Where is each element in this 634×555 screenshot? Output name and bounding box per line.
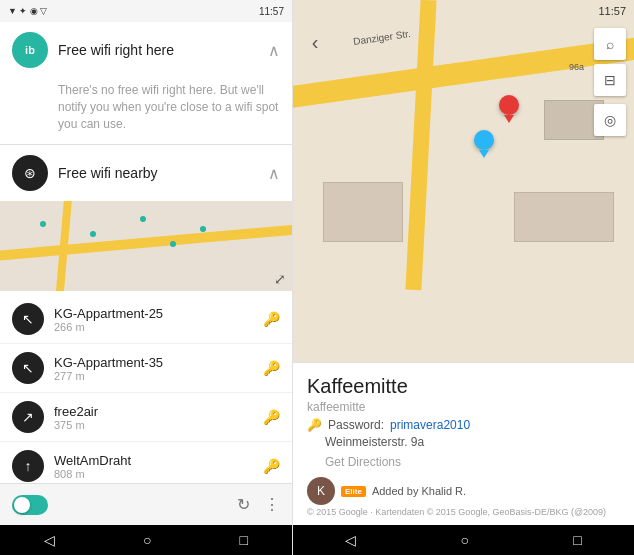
home-nav-left[interactable]: ○	[143, 532, 151, 548]
wifi-item-dist-2: 375 m	[54, 419, 253, 431]
status-time-right: 11:57	[598, 5, 626, 17]
road-label-1: Danziger Str.	[353, 28, 412, 47]
map-pin-blue[interactable]	[474, 130, 494, 158]
avatar: K	[307, 477, 335, 505]
right-panel: 11:57 Danziger Str. 96a ‹	[293, 0, 634, 555]
free-wifi-here-section: ib Free wifi right here ∧ There's no fre…	[0, 22, 292, 145]
elite-badge: Elite	[341, 486, 366, 497]
more-icon[interactable]: ⋮	[264, 495, 280, 514]
info-card: Kaffeemitte kaffeemitte 🔑 Password: prim…	[293, 362, 634, 525]
bottom-bar-left: ↻ ⋮	[0, 483, 292, 525]
pin-circle-red	[499, 95, 519, 115]
list-item[interactable]: ↖ KG-Appartment-35 277 m 🔑	[0, 344, 292, 393]
nav-bar-left: ◁ ○ □	[0, 525, 292, 555]
wifi-item-dist-3: 808 m	[54, 468, 253, 480]
wifi-item-info-2: free2air 375 m	[54, 404, 253, 431]
bottom-icons: ↻ ⋮	[237, 495, 280, 514]
status-bar-right: 11:57	[293, 0, 634, 22]
place-address: Weinmeisterstr. 9a	[325, 435, 620, 449]
back-button[interactable]: ‹	[301, 28, 329, 56]
password-value[interactable]: primavera2010	[390, 418, 470, 432]
pin-tail-red	[504, 115, 514, 123]
key-icon-2: 🔑	[263, 409, 280, 425]
expand-map-icon[interactable]: ⤢	[274, 271, 286, 287]
map-dot-2	[90, 231, 96, 237]
location-button[interactable]: ◎	[594, 104, 626, 136]
wifi-item-icon-1: ↖	[12, 352, 44, 384]
wifi-here-icon: ib	[12, 32, 48, 68]
back-nav-right[interactable]: ◁	[345, 532, 356, 548]
map-thumbnail[interactable]: ⤢	[0, 201, 292, 291]
map-area[interactable]: Danziger Str. 96a ‹ ⌕ ⊟	[293, 0, 634, 362]
wifi-item-icon-2: ↗	[12, 401, 44, 433]
road-label-2: 96a	[569, 62, 584, 72]
free-wifi-nearby-header[interactable]: ⊛ Free wifi nearby ∧	[0, 145, 292, 201]
back-nav-left[interactable]: ◁	[44, 532, 55, 548]
left-panel: ▼ ✦ ◉ ▽ 11:57 ib Free wifi right here ∧ …	[0, 0, 293, 555]
place-sub: kaffeemitte	[307, 400, 620, 414]
wifi-list: ↖ KG-Appartment-25 266 m 🔑 ↖ KG-Appartme…	[0, 295, 292, 483]
added-by-text: Added by Khalid R.	[372, 485, 466, 497]
avatar-initial: K	[317, 484, 325, 498]
free-wifi-here-header[interactable]: ib Free wifi right here ∧	[0, 22, 292, 78]
map-dot-3	[140, 216, 146, 222]
wifi-item-info-0: KG-Appartment-25 266 m	[54, 306, 253, 333]
wifi-item-name-1: KG-Appartment-35	[54, 355, 253, 370]
map-dot-5	[170, 241, 176, 247]
map-copyright: © 2015 Google · Kartendaten © 2015 Googl…	[307, 507, 620, 517]
wifi-nearby-icon-sym: ⊛	[24, 165, 36, 181]
list-item[interactable]: ↖ KG-Appartment-25 266 m 🔑	[0, 295, 292, 344]
back-icon: ‹	[312, 31, 319, 54]
recents-nav-left[interactable]: □	[240, 532, 248, 548]
key-icon-3: 🔑	[263, 458, 280, 474]
key-icon-0: 🔑	[263, 311, 280, 327]
wifi-item-icon-0: ↖	[12, 303, 44, 335]
map-building-1	[323, 182, 403, 242]
pin-tail-blue	[479, 150, 489, 158]
wifi-item-name-0: KG-Appartment-25	[54, 306, 253, 321]
wifi-nearby-icon: ⊛	[12, 155, 48, 191]
status-bar-left: ▼ ✦ ◉ ▽ 11:57	[0, 0, 292, 22]
status-left-icons: ▼ ✦ ◉ ▽	[8, 6, 47, 16]
get-directions-link[interactable]: Get Directions	[325, 455, 620, 469]
nav-bar-right: ◁ ○ □	[293, 525, 634, 555]
wifi-item-dist-0: 266 m	[54, 321, 253, 333]
wifi-item-info-1: KG-Appartment-35 277 m	[54, 355, 253, 382]
wifi-toggle[interactable]	[12, 495, 48, 515]
wifi-item-name-3: WeltAmDraht	[54, 453, 253, 468]
chevron-up-nearby: ∧	[268, 164, 280, 183]
status-time-left: 11:57	[259, 6, 284, 17]
filter-button[interactable]: ⊟	[594, 64, 626, 96]
wifi-here-icon-text: ib	[25, 44, 35, 56]
recents-nav-right[interactable]: □	[573, 532, 581, 548]
no-wifi-message: There's no free wifi right here. But we'…	[0, 78, 292, 144]
map-pin-red[interactable]	[499, 95, 519, 123]
place-name: Kaffeemitte	[307, 375, 620, 398]
free-wifi-nearby-section: ⊛ Free wifi nearby ∧ ⤢ ↖ KG-Appartment-	[0, 145, 292, 483]
location-icon: ◎	[604, 112, 616, 128]
search-icon: ⌕	[606, 36, 614, 52]
map-background: Danziger Str. 96a	[293, 0, 634, 362]
wifi-item-dist-1: 277 m	[54, 370, 253, 382]
home-nav-right[interactable]: ○	[461, 532, 469, 548]
map-building-2	[514, 192, 614, 242]
key-icon-1: 🔑	[263, 360, 280, 376]
map-secondary-road	[405, 0, 436, 290]
map-dot-1	[40, 221, 46, 227]
chevron-up-here: ∧	[268, 41, 280, 60]
password-row: 🔑 Password: primavera2010	[307, 418, 620, 432]
wifi-item-name-2: free2air	[54, 404, 253, 419]
search-button[interactable]: ⌕	[594, 28, 626, 60]
wifi-here-title: Free wifi right here	[58, 42, 258, 58]
map-road-h	[0, 221, 292, 262]
list-item[interactable]: ↗ free2air 375 m 🔑	[0, 393, 292, 442]
wifi-item-icon-3: ↑	[12, 450, 44, 482]
pin-circle-blue	[474, 130, 494, 150]
password-label: Password:	[328, 418, 384, 432]
refresh-icon[interactable]: ↻	[237, 495, 250, 514]
filter-icon: ⊟	[604, 72, 616, 88]
attribution-row: K Elite Added by Khalid R.	[307, 477, 620, 505]
wifi-item-info-3: WeltAmDraht 808 m	[54, 453, 253, 480]
list-item[interactable]: ↑ WeltAmDraht 808 m 🔑	[0, 442, 292, 483]
map-controls: ⌕ ⊟ ◎	[594, 28, 626, 136]
